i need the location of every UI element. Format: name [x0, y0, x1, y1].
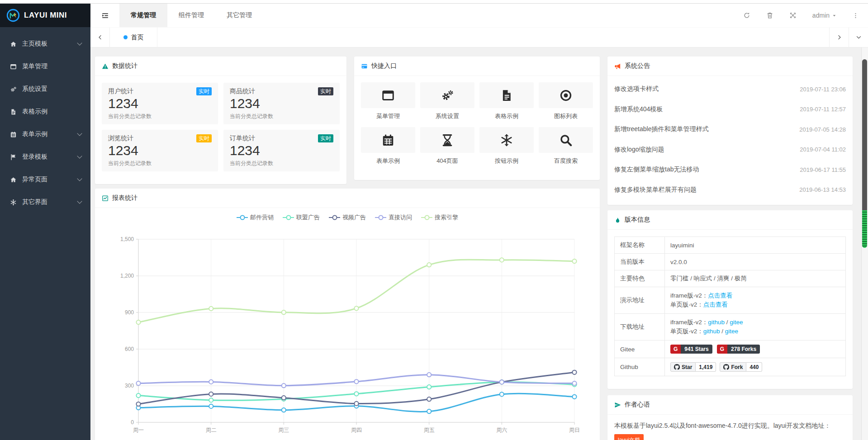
quick-entry-label: 菜单管理 [361, 112, 415, 120]
github-badge-label: Fork [731, 364, 743, 370]
chevron-down-icon [77, 131, 82, 136]
svg-text:周四: 周四 [351, 427, 362, 433]
tab-home-label: 首页 [131, 33, 144, 42]
stat-panel-用户统计[interactable]: 用户统计实时1234当前分类总记录数 [102, 83, 218, 124]
paper-plane-icon [614, 402, 621, 408]
menu-collapse-icon[interactable] [90, 4, 119, 27]
module-tab-组件管理[interactable]: 组件管理 [167, 4, 215, 27]
sidebar-item-label: 其它界面 [22, 198, 78, 206]
user-menu[interactable]: admin [812, 12, 836, 19]
legend-item-直接访问[interactable]: 直接访问 [375, 213, 412, 222]
legend-marker [237, 215, 248, 220]
link-gitee[interactable]: gitee [725, 328, 738, 335]
quick-entry-表单示例[interactable]: 表单示例 [361, 127, 415, 165]
clear-cache-icon[interactable] [766, 12, 773, 19]
refresh-icon[interactable] [743, 12, 750, 19]
github-fork-badge[interactable]: Fork440 [720, 362, 762, 372]
card-system-notices: 系统公告 修改选项卡样式2019-07-11 23:06新增系统404模板201… [607, 57, 853, 205]
gitee-badge[interactable]: G941 Stars [670, 345, 712, 354]
tabs-scroll-right-icon[interactable] [829, 28, 849, 47]
module-tab-其它管理[interactable]: 其它管理 [215, 4, 263, 27]
notice-item[interactable]: 新增系统404模板2019-07-11 12:57 [614, 99, 846, 120]
module-tab-常规管理[interactable]: 常规管理 [119, 4, 167, 27]
notice-item[interactable]: 新增treetable插件和菜单管理样式2019-07-05 14:28 [614, 119, 846, 140]
sidebar-item-表格示例[interactable]: 表格示例 [0, 100, 90, 123]
sidebar-item-系统设置[interactable]: 系统设置 [0, 78, 90, 100]
tabs-scroll-left-icon[interactable] [90, 28, 110, 47]
quick-entry-label: 系统设置 [420, 112, 474, 120]
sidebar-item-菜单管理[interactable]: 菜单管理 [0, 55, 90, 78]
legend-marker [329, 215, 340, 220]
github-badge-button: Star [670, 362, 696, 372]
app-logo[interactable]: LAYUI MINI [0, 4, 90, 27]
quick-entry-label: 按钮示例 [479, 157, 534, 165]
legend-item-邮件营销[interactable]: 邮件营销 [237, 213, 274, 222]
link-prefix: iframe版-v2： [670, 292, 708, 299]
stat-caption: 当前分类总记录数 [230, 113, 333, 120]
scrollbar[interactable] [861, 47, 868, 440]
notice-item[interactable]: 修复多模块菜单栏展开有问题2019-06-13 14:53 [614, 180, 846, 200]
card-title: 报表统计 [112, 194, 138, 202]
sidebar-item-表单示例[interactable]: 表单示例 [0, 123, 90, 146]
sidebar-item-其它界面[interactable]: 其它界面 [0, 191, 90, 213]
layui-doc-badge[interactable]: layui文档 [614, 434, 644, 440]
legend-label: 搜索引擎 [435, 213, 458, 222]
legend-item-视频广告[interactable]: 视频广告 [329, 213, 366, 222]
stat-panel-订单统计[interactable]: 订单统计实时1234当前分类总记录数 [223, 130, 340, 171]
sidebar-item-登录模板[interactable]: 登录模板 [0, 146, 90, 168]
quick-entry-按钮示例[interactable]: 按钮示例 [479, 127, 534, 165]
svg-text:周五: 周五 [424, 427, 435, 433]
version-row-label: 当前版本 [615, 254, 665, 270]
chevron-down-icon [77, 40, 82, 45]
module-tabs: 常规管理组件管理其它管理 [119, 4, 263, 27]
tabs-menu-icon[interactable] [849, 28, 868, 47]
link-点击查看[interactable]: 点击查看 [708, 292, 732, 299]
fullscreen-icon[interactable] [789, 12, 797, 19]
sidebar-item-label: 异常页面 [22, 175, 78, 184]
notice-item[interactable]: 修改选项卡样式2019-07-11 23:06 [614, 79, 846, 99]
quick-entry-系统设置[interactable]: 系统设置 [420, 82, 474, 120]
credit-card-icon [361, 63, 368, 70]
stat-panel-商品统计[interactable]: 商品统计实时1234当前分类总记录数 [223, 83, 340, 124]
notice-text: 修复左侧菜单缩放tab无法移动 [614, 166, 699, 174]
status-badge: 实时 [318, 134, 333, 142]
link-github[interactable]: github [703, 328, 720, 335]
stat-panel-浏览统计[interactable]: 浏览统计实时1234当前分类总记录数 [102, 130, 218, 171]
quick-entry-表格示例[interactable]: 表格示例 [479, 82, 534, 120]
github-star-badge[interactable]: Star1,419 [670, 362, 716, 372]
notice-item[interactable]: 修改logo缩放问题2019-07-04 11:02 [614, 140, 846, 160]
link-gitee[interactable]: gitee [730, 319, 743, 326]
version-row-label: 框架名称 [615, 237, 665, 254]
more-options-icon[interactable] [852, 12, 859, 19]
quick-entry-图标列表[interactable]: 图标列表 [539, 82, 593, 120]
chevron-down-icon [77, 199, 82, 203]
page-tabs-bar: 首页 [90, 28, 868, 47]
quick-entry-label: 404页面 [420, 157, 474, 165]
logo-icon [6, 9, 20, 22]
github-icon [723, 364, 729, 370]
link-点击查看[interactable]: 点击查看 [703, 301, 728, 308]
stat-caption: 当前分类总记录数 [230, 160, 333, 167]
svg-text:周一: 周一 [133, 427, 144, 433]
version-row-value: G941 StarsG278 Forks [665, 341, 846, 358]
svg-text:周日: 周日 [569, 427, 580, 433]
quick-entry-404页面[interactable]: 404页面 [420, 127, 474, 165]
sidebar-item-主页模板[interactable]: 主页模板 [0, 33, 90, 55]
legend-marker [375, 215, 386, 220]
browser-edge [0, 0, 868, 4]
quick-entry-百度搜索[interactable]: 百度搜索 [539, 127, 593, 165]
quick-entry-菜单管理[interactable]: 菜单管理 [361, 82, 415, 120]
version-row: 主要特色零门槛 / 响应式 / 清爽 / 极简 [615, 270, 846, 287]
scrollbar-thumb[interactable] [862, 59, 867, 210]
card-header: 作者心语 [607, 395, 853, 415]
notice-item[interactable]: 修复左侧菜单缩放tab无法移动2019-06-17 11:55 [614, 160, 846, 180]
sidebar-item-异常页面[interactable]: 异常页面 [0, 168, 90, 191]
tab-home[interactable]: 首页 [110, 28, 157, 47]
gitee-badge[interactable]: G278 Forks [717, 345, 760, 354]
link-github[interactable]: github [708, 319, 725, 326]
legend-item-搜索引擎[interactable]: 搜索引擎 [421, 213, 458, 222]
sidebar-item-label: 系统设置 [22, 85, 81, 93]
report-chart[interactable]: 03006009001,2001,500周一周二周三周四周五周六周日 [95, 222, 600, 440]
legend-item-联盟广告[interactable]: 联盟广告 [283, 213, 320, 222]
stat-value: 1234 [108, 96, 212, 111]
